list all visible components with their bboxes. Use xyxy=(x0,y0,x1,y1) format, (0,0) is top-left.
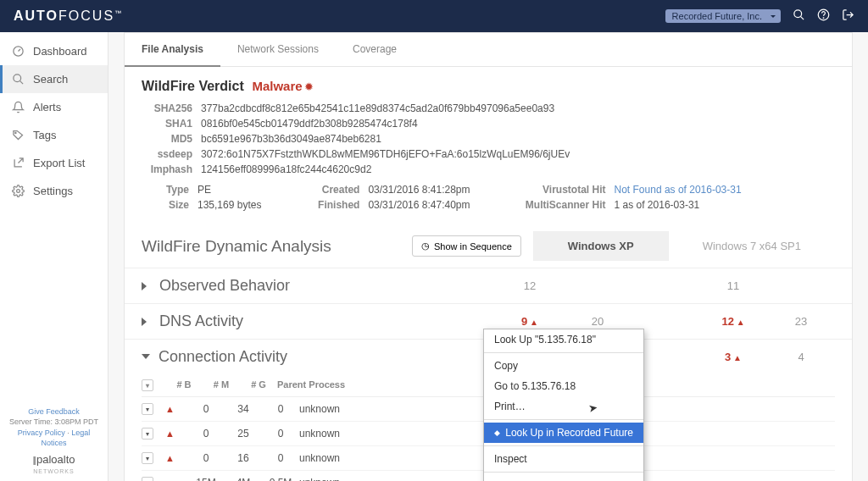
hash-value: 0816bf0e545cb01479ddf2b308b9285474c178f4 xyxy=(201,118,418,130)
os-tab-xp[interactable]: Windows XP xyxy=(533,231,668,261)
hash-value: 377ba2cdbcdf8c812e65b42541c11e89d8374c5a… xyxy=(201,102,554,114)
meta-label: Created xyxy=(312,184,359,196)
org-selector[interactable]: Recorded Future, Inc. xyxy=(665,9,781,23)
meta-label: Virustotal Hit xyxy=(521,184,606,196)
count: 12 xyxy=(496,279,564,292)
privacy-link[interactable]: Privacy Policy xyxy=(18,428,65,437)
expand-row[interactable]: ▾ xyxy=(142,477,153,481)
virustotal-link[interactable]: Not Found as of 2016-03-31 xyxy=(615,184,742,196)
warning-icon: ▲ xyxy=(165,453,179,463)
search-icon[interactable] xyxy=(793,8,805,24)
sidebar-item-label: Tags xyxy=(33,129,56,141)
menu-goto[interactable]: Go to 5.135.76.18 xyxy=(484,376,643,396)
hash-label: SHA1 xyxy=(142,118,192,130)
hash-label: Imphash xyxy=(142,163,192,175)
cell: 16 xyxy=(225,452,262,464)
context-menu: Look Up "5.135.76.18" Copy Go to 5.135.7… xyxy=(483,329,644,481)
sidebar-item-label: Settings xyxy=(33,185,73,197)
menu-lookup[interactable]: Look Up "5.135.76.18" xyxy=(484,329,643,350)
svg-line-1 xyxy=(800,16,804,19)
tab-file-analysis[interactable]: File Analysis xyxy=(125,33,220,67)
cell: 0 xyxy=(262,452,299,464)
count-warn: 9 xyxy=(496,315,564,328)
cell: unknown xyxy=(299,428,418,440)
meta-value: 03/31/2016 8:47:40pm xyxy=(368,199,470,211)
menu-print[interactable]: Print… xyxy=(484,396,643,417)
gauge-icon xyxy=(12,45,25,58)
brand-logo: AUTOFOCUS™ xyxy=(14,8,123,24)
server-time: Server Time: 3:08PM PDT xyxy=(9,417,98,426)
menu-copy[interactable]: Copy xyxy=(484,356,643,376)
expand-row[interactable]: ▾ xyxy=(142,452,153,464)
hash-value: bc6591e967b3b36d3049ae874beb6281 xyxy=(201,133,381,145)
sidebar-item-dashboard[interactable]: Dashboard xyxy=(0,37,108,65)
cell: 0 xyxy=(187,403,225,415)
cell: unknown xyxy=(299,477,418,481)
warning-icon: ▲ xyxy=(165,428,179,439)
expand-row[interactable]: ▾ xyxy=(142,403,153,415)
hash-label: MD5 xyxy=(142,133,192,145)
count: 11 xyxy=(699,279,767,292)
tab-coverage[interactable]: Coverage xyxy=(336,33,414,66)
sidebar-item-export[interactable]: Export List xyxy=(0,149,108,177)
svg-point-8 xyxy=(17,190,20,193)
col-header: # B xyxy=(165,379,203,391)
cell: 0 xyxy=(262,428,299,440)
feedback-link[interactable]: Give Feedback xyxy=(28,407,80,416)
expand-all[interactable]: ▾ xyxy=(142,379,153,391)
svg-point-7 xyxy=(15,132,16,133)
count: 20 xyxy=(564,315,632,328)
cell: 0 xyxy=(187,428,225,440)
svg-point-0 xyxy=(794,10,802,18)
menu-inspect[interactable]: Inspect xyxy=(484,449,643,469)
os-tab-win7[interactable]: Windows 7 x64 SP1 xyxy=(668,231,835,261)
expand-row[interactable]: ▾ xyxy=(142,428,153,440)
meta-value: 03/31/2016 8:41:28pm xyxy=(368,184,470,196)
cell: 0 xyxy=(187,452,225,464)
sidebar-item-alerts[interactable]: Alerts xyxy=(0,93,108,121)
meta-label: Size xyxy=(142,199,189,211)
count: 23 xyxy=(767,315,835,328)
menu-recorded-future[interactable]: ◆Look Up in Recorded Future xyxy=(484,423,643,443)
export-icon xyxy=(12,157,25,169)
cell: 0.5M xyxy=(262,477,299,481)
logout-icon[interactable] xyxy=(842,8,854,24)
section-observed-behavior[interactable]: Observed Behavior1211 xyxy=(125,268,852,303)
show-sequence-button[interactable]: ◷Show in Sequence xyxy=(412,235,521,257)
menu-speech[interactable]: Speech▶ xyxy=(484,475,643,481)
sidebar-item-tags[interactable]: Tags xyxy=(0,121,108,149)
paloalto-logo: |||paloaltoNETWORKS xyxy=(8,452,99,476)
search-icon xyxy=(12,73,25,86)
caret-right-icon xyxy=(142,318,151,326)
sidebar-item-search[interactable]: Search xyxy=(0,65,108,93)
col-header: # G xyxy=(240,379,277,391)
hash-label: ssdeep xyxy=(142,148,192,160)
topbar: AUTOFOCUS™ Recorded Future, Inc. xyxy=(0,0,868,32)
tag-icon xyxy=(12,129,25,141)
verdict-label: WildFire Verdict xyxy=(142,79,244,93)
count-warn: 12 xyxy=(699,315,767,328)
cell: unknown xyxy=(299,452,418,464)
svg-line-6 xyxy=(19,80,23,84)
file-tabs: File Analysis Network Sessions Coverage xyxy=(125,33,852,67)
cell: 15M xyxy=(187,477,225,481)
meta-label: MultiScanner Hit xyxy=(521,199,606,211)
caret-right-icon xyxy=(142,282,151,290)
dynamic-analysis-title: WildFire Dynamic Analysis xyxy=(142,237,331,256)
help-icon[interactable] xyxy=(817,8,830,24)
cell: 4M xyxy=(225,477,262,481)
meta-label: Finished xyxy=(312,199,359,211)
svg-point-5 xyxy=(14,75,21,82)
malware-icon: ✹ xyxy=(304,80,314,93)
meta-value: 135,169 bytes xyxy=(198,199,261,211)
sidebar-item-label: Dashboard xyxy=(33,45,87,58)
cell: 34 xyxy=(225,403,262,415)
meta-value: 1 as of 2016-03-31 xyxy=(615,199,700,211)
sidebar-item-settings[interactable]: Settings xyxy=(0,177,108,205)
meta-value: PE xyxy=(198,184,211,196)
tab-network-sessions[interactable]: Network Sessions xyxy=(220,33,336,66)
bell-icon xyxy=(12,101,25,113)
sidebar-footer: Give Feedback Server Time: 3:08PM PDT Pr… xyxy=(0,398,108,481)
warning-icon: ▲ xyxy=(165,404,179,414)
count-warn: 3 xyxy=(699,351,767,363)
